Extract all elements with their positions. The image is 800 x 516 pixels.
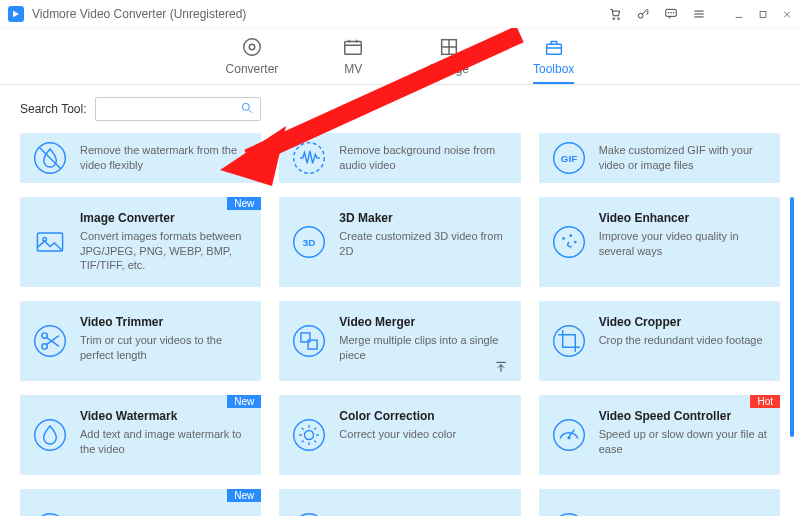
search-input[interactable] [102, 102, 240, 116]
gif-icon: GIF [551, 140, 587, 176]
card-desc: Make customized GIF with your video or i… [599, 143, 768, 173]
toolbox-icon [543, 36, 565, 58]
wave-icon [291, 140, 327, 176]
svg-rect-10 [345, 42, 362, 55]
tool-card-partial[interactable]: New [20, 489, 261, 516]
svg-point-29 [294, 326, 325, 357]
tab-label: Collage [428, 62, 469, 76]
three-d-icon: 3D [291, 224, 327, 260]
mv-icon [342, 36, 364, 58]
tab-mv[interactable]: MV [342, 36, 364, 84]
search-row: Search Tool: [0, 85, 800, 133]
svg-point-36 [553, 420, 584, 451]
tool-card-gif-maker[interactable]: GIF Make customized GIF with your video … [539, 133, 780, 183]
key-icon[interactable] [636, 7, 650, 21]
svg-point-0 [613, 17, 615, 19]
svg-point-26 [35, 326, 66, 357]
menu-icon[interactable] [692, 7, 706, 21]
svg-point-6 [673, 12, 674, 13]
cart-icon[interactable] [608, 7, 622, 21]
svg-point-34 [294, 420, 325, 451]
gauge-icon [551, 417, 587, 453]
app-title: Vidmore Video Converter (Unregistered) [32, 7, 246, 21]
svg-point-2 [638, 13, 643, 18]
svg-point-37 [567, 436, 570, 439]
svg-point-13 [242, 103, 249, 110]
svg-rect-12 [546, 44, 561, 54]
tool-card-video-cropper[interactable]: Video Cropper Crop the redundant video f… [539, 301, 780, 381]
tool-card-image-converter[interactable]: New Image Converter Convert images forma… [20, 197, 261, 288]
app-logo-icon [8, 6, 24, 22]
svg-point-4 [668, 12, 669, 13]
card-title: Video Merger [339, 315, 508, 329]
card-desc: Remove the watermark from the video flex… [80, 143, 249, 173]
minimize-icon[interactable] [734, 9, 744, 19]
card-desc: Correct your video color [339, 427, 508, 442]
tab-collage[interactable]: Collage [428, 36, 469, 84]
card-title: Video Enhancer [599, 211, 768, 225]
svg-point-33 [35, 420, 66, 451]
svg-point-35 [305, 431, 314, 440]
svg-point-24 [569, 234, 572, 237]
tool-grid-wrap: Remove the watermark from the video flex… [0, 133, 800, 516]
crop-icon [551, 323, 587, 359]
card-title: Video Watermark [80, 409, 249, 423]
tool-card-color-correction[interactable]: Color Correction Correct your video colo… [279, 395, 520, 475]
svg-point-32 [553, 326, 584, 357]
svg-point-8 [244, 39, 261, 56]
new-badge: New [227, 395, 261, 408]
tab-label: Toolbox [533, 62, 574, 76]
scrollbar[interactable] [790, 139, 794, 516]
svg-point-1 [618, 17, 620, 19]
tool-card-speed-controller[interactable]: Hot Video Speed Controller Speed up or s… [539, 395, 780, 475]
new-badge: New [227, 197, 261, 210]
tool-grid: Remove the watermark from the video flex… [20, 133, 780, 516]
svg-rect-7 [760, 11, 766, 17]
feedback-icon[interactable] [664, 7, 678, 21]
svg-text:GIF: GIF [560, 152, 576, 163]
tool-card-partial[interactable] [279, 489, 520, 516]
svg-text:3D: 3D [303, 237, 316, 248]
svg-rect-18 [37, 233, 62, 251]
card-desc: Merge multiple clips into a single piece [339, 333, 508, 363]
card-title: 3D Maker [339, 211, 508, 225]
scroll-to-top-icon[interactable] [494, 360, 508, 377]
svg-point-5 [671, 12, 672, 13]
generic-icon [551, 511, 587, 516]
svg-point-25 [574, 241, 577, 244]
titlebar: Vidmore Video Converter (Unregistered) [0, 0, 800, 28]
scissors-icon [32, 323, 68, 359]
card-title: Image Converter [80, 211, 249, 225]
card-title: Video Speed Controller [599, 409, 768, 423]
tab-converter[interactable]: Converter [226, 36, 279, 84]
card-desc: Convert images formats between JPG/JPEG,… [80, 229, 249, 274]
tab-toolbox[interactable]: Toolbox [533, 36, 574, 84]
card-desc: Trim or cut your videos to the perfect l… [80, 333, 249, 363]
tool-card-video-trimmer[interactable]: Video Trimmer Trim or cut your videos to… [20, 301, 261, 381]
tool-card-3d-maker[interactable]: 3D 3D Maker Create customized 3D video f… [279, 197, 520, 288]
search-icon[interactable] [240, 101, 254, 118]
search-box[interactable] [95, 97, 261, 121]
card-desc: Create customized 3D video from 2D [339, 229, 508, 259]
maximize-icon[interactable] [758, 9, 768, 19]
card-desc: Crop the redundant video footage [599, 333, 768, 348]
tool-card-video-watermark[interactable]: New Video Watermark Add text and image w… [20, 395, 261, 475]
tool-card-partial[interactable] [539, 489, 780, 516]
drop-slash-icon [32, 140, 68, 176]
scrollbar-thumb[interactable] [790, 197, 794, 437]
svg-point-9 [249, 44, 255, 50]
svg-point-23 [562, 237, 565, 240]
card-desc: Improve your video quality in several wa… [599, 229, 768, 259]
sun-icon [291, 417, 327, 453]
close-icon[interactable] [782, 9, 792, 19]
merge-icon [291, 323, 327, 359]
hot-badge: Hot [750, 395, 780, 408]
tool-card-noise-remover[interactable]: Remove background noise from audio video [279, 133, 520, 183]
generic-icon [32, 511, 68, 516]
card-title: Video Trimmer [80, 315, 249, 329]
tool-card-watermark-remover[interactable]: Remove the watermark from the video flex… [20, 133, 261, 183]
tool-card-video-enhancer[interactable]: Video Enhancer Improve your video qualit… [539, 197, 780, 288]
main-tabs: Converter MV Collage Toolbox [0, 28, 800, 85]
tool-card-video-merger[interactable]: Video Merger Merge multiple clips into a… [279, 301, 520, 381]
card-desc: Add text and image watermark to the vide… [80, 427, 249, 457]
